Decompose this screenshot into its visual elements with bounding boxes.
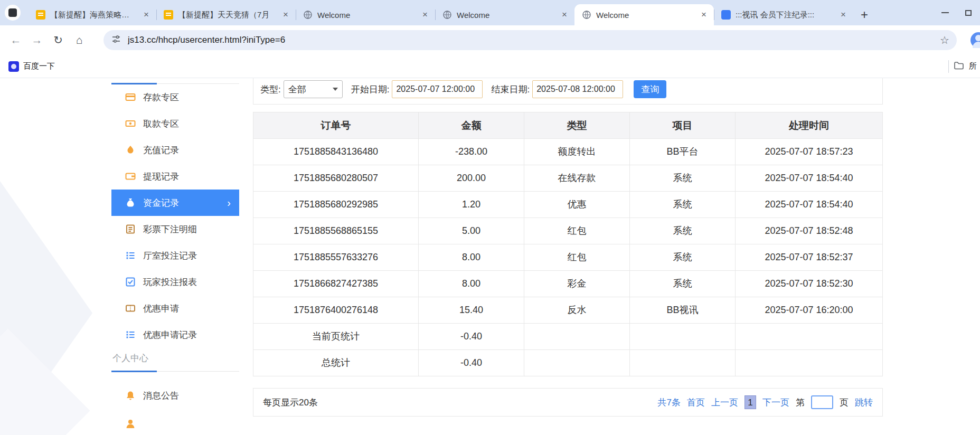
column-header-amount: 金额 (418, 112, 524, 138)
url-text[interactable]: js13.cc/hhcp/usercenter.html?iniType=6 (128, 35, 934, 45)
cell-order-no: 1751866827427385 (253, 271, 418, 297)
cell-order-no: 1751885557633276 (253, 244, 418, 270)
cell-time: 2025-07-07 18:54:40 (735, 165, 882, 191)
end-date-label: 结束日期: (491, 83, 530, 96)
end-date-input[interactable] (532, 80, 623, 98)
start-date-input[interactable] (392, 80, 483, 98)
total-count: 共7条 (658, 396, 681, 409)
cell-order-no: 1751885568865155 (253, 218, 418, 244)
window-controls (934, 0, 980, 25)
cell-empty (629, 324, 735, 349)
cell-time: 2025-07-07 16:20:00 (735, 297, 882, 323)
pagination-controls: 共7条 首页 上一页 1 下一页 第 页 跳转 (658, 395, 873, 409)
cell-empty (524, 324, 629, 349)
sidebar-item-promo-apply[interactable]: 优惠申请 (111, 295, 239, 321)
maximize-icon (965, 10, 972, 16)
bullet-list-icon (125, 250, 136, 261)
first-page-link[interactable]: 首页 (687, 396, 705, 409)
cell-time: 2025-07-07 18:57:23 (735, 139, 882, 165)
sidebar-item-label: 资金记录 (143, 197, 179, 209)
minimize-icon (941, 12, 949, 13)
cell-amount: -0.40 (418, 324, 524, 349)
refresh-button[interactable]: ↻ (48, 34, 69, 46)
all-bookmarks-label[interactable]: 所 (969, 61, 977, 71)
money-bag-icon (125, 197, 136, 208)
browser-tab-1[interactable]: 【新提醒】海燕策略论坛 × (29, 4, 156, 25)
filter-bar: 类型: 全部 开始日期: 结束日期: 查询 (253, 78, 883, 105)
cell-amount: 5.00 (418, 218, 524, 244)
cell-project: 系统 (629, 192, 735, 218)
cell-empty (735, 324, 882, 349)
jump-page-input[interactable] (811, 395, 833, 409)
deposit-card-icon (125, 92, 136, 102)
table-row: 1751876400276148 15.40 反水 BB视讯 2025-07-0… (253, 297, 882, 323)
cell-project: 系统 (629, 244, 735, 270)
baidu-favicon (8, 61, 19, 72)
globe-favicon (582, 10, 591, 20)
check-square-icon (125, 277, 136, 287)
page-content: 财务中心 存款专区 取款专区 充值记录 提现记录 资金记录 › (0, 78, 980, 435)
table-row: 1751885843136480 -238.00 额度转出 BB平台 2025-… (253, 138, 882, 165)
back-button[interactable]: ← (5, 34, 26, 46)
sidebar-item-lottery-bet-details[interactable]: 彩票下注明细 (111, 216, 239, 242)
cell-project: 系统 (629, 218, 735, 244)
sidebar-item-withdraw-zone[interactable]: 取款专区 (111, 110, 239, 137)
sidebar-item-recharge-records[interactable]: 充值记录 (111, 137, 239, 163)
sidebar-item-promo-apply-records[interactable]: 优惠申请记录 (111, 321, 239, 348)
sidebar-item-player-bet-report[interactable]: 玩家投注报表 (111, 269, 239, 295)
table-row: 1751885680280507 200.00 在线存款 系统 2025-07-… (253, 165, 882, 191)
sidebar-item-funds-records[interactable]: 资金记录 › (111, 190, 239, 216)
query-button[interactable]: 查询 (634, 80, 666, 98)
cell-amount: 1.20 (418, 192, 524, 218)
tab-close-icon[interactable]: × (142, 10, 151, 20)
tab-search-button[interactable] (5, 5, 21, 21)
tab-label: 【新提醒】天天竞猜（7月 (178, 10, 276, 20)
browser-tab-6[interactable]: :::视讯 会员下注纪录::: × (714, 4, 853, 25)
sidebar-item-partial[interactable] (111, 411, 239, 435)
new-tab-button[interactable]: + (856, 7, 872, 23)
site-settings-icon[interactable] (111, 34, 121, 46)
tab-close-icon[interactable]: × (560, 10, 569, 20)
profile-avatar[interactable] (970, 32, 980, 48)
browser-tab-2[interactable]: 【新提醒】天天竞猜（7月 × (156, 4, 296, 25)
globe-favicon (442, 10, 452, 20)
cell-type: 反水 (524, 297, 629, 323)
withdraw-cash-icon (125, 118, 136, 129)
minimize-button[interactable] (934, 0, 957, 25)
browser-tab-3[interactable]: Welcome × (296, 4, 435, 25)
bookmark-star-icon[interactable]: ☆ (940, 34, 949, 46)
coupon-icon (125, 303, 136, 314)
sidebar-item-deposit-zone[interactable]: 存款专区 (111, 84, 239, 110)
bookmark-baidu[interactable]: 百度一下 (8, 61, 55, 72)
forward-button[interactable]: → (26, 34, 48, 46)
table-row-page-total: 当前页统计 -0.40 (253, 323, 882, 349)
next-page-link[interactable]: 下一页 (762, 396, 789, 409)
cell-amount: 8.00 (418, 244, 524, 270)
tab-close-icon[interactable]: × (281, 10, 290, 20)
browser-tab-5-active[interactable]: Welcome × (574, 4, 714, 25)
sidebar-item-withdrawal-records[interactable]: 提现记录 (111, 163, 239, 190)
current-page-indicator: 1 (745, 395, 756, 409)
cell-empty (629, 350, 735, 376)
bullet-list-icon (125, 329, 136, 340)
tab-close-icon[interactable]: × (838, 10, 848, 20)
sidebar-menu: 财务中心 存款专区 取款专区 充值记录 提现记录 资金记录 › (111, 78, 239, 435)
cell-order-no: 1751885680280507 (253, 165, 418, 191)
cell-time: 2025-07-07 18:52:48 (735, 218, 882, 244)
home-button[interactable]: ⌂ (69, 34, 90, 46)
sidebar-item-label: 玩家投注报表 (143, 276, 197, 288)
type-select[interactable]: 全部 (284, 80, 343, 98)
jump-prefix-label: 第 (796, 396, 805, 409)
tab-label: Welcome (596, 11, 694, 20)
browser-tab-4[interactable]: Welcome × (435, 4, 574, 25)
tab-close-icon[interactable]: × (699, 10, 709, 20)
address-bar[interactable]: js13.cc/hhcp/usercenter.html?iniType=6 ☆ (103, 30, 957, 50)
sidebar-item-hall-bet-records[interactable]: 厅室投注记录 (111, 242, 239, 269)
prev-page-link[interactable]: 上一页 (711, 396, 738, 409)
records-table: 订单号 金额 类型 项目 处理时间 1751885843136480 -238.… (253, 112, 883, 376)
jump-button[interactable]: 跳转 (855, 396, 873, 409)
sidebar-item-announcements[interactable]: 消息公告 (111, 382, 239, 409)
tab-close-icon[interactable]: × (420, 10, 430, 20)
type-label: 类型: (260, 83, 281, 96)
maximize-button[interactable] (957, 0, 980, 25)
